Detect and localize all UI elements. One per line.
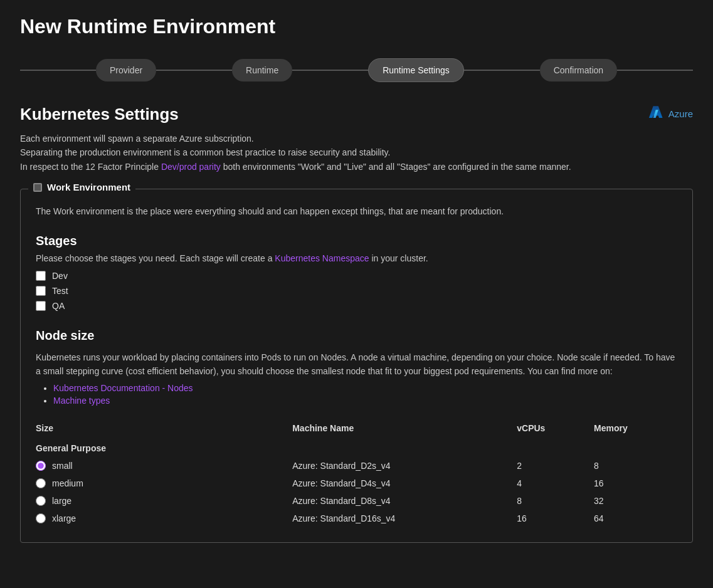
size-xlarge-label: xlarge xyxy=(52,513,76,523)
devprod-link[interactable]: Dev/prod parity xyxy=(161,162,221,172)
step-runtime-settings[interactable]: Runtime Settings xyxy=(368,58,464,82)
stage-qa-checkbox[interactable] xyxy=(36,301,46,311)
node-size-description: Kubernetes runs your workload by placing… xyxy=(36,350,677,379)
azure-logo-icon xyxy=(647,105,665,122)
node-size-section: Node size Kubernetes runs your workload … xyxy=(36,328,677,528)
col-size: Size xyxy=(36,418,292,439)
size-large-label: large xyxy=(52,496,71,506)
work-env-legend: Work Environment xyxy=(28,182,135,192)
stage-test-checkbox[interactable] xyxy=(36,286,46,296)
size-medium-label: medium xyxy=(52,478,83,488)
desc-line-3: In respect to the 12 Factor Principle De… xyxy=(20,160,693,174)
col-memory: Memory xyxy=(594,418,677,439)
machine-small: Azure: Standard_D2s_v4 xyxy=(292,457,517,475)
stages-section: Stages Please choose the stages you need… xyxy=(36,234,677,311)
radio-small[interactable] xyxy=(36,461,46,471)
kubernetes-settings-title: Kubernetes Settings xyxy=(20,105,179,124)
work-environment-section: Work Environment The Work environment is… xyxy=(20,189,693,543)
vcpu-small: 2 xyxy=(517,457,594,475)
vcpu-large: 8 xyxy=(517,492,594,510)
machine-medium: Azure: Standard_D4s_v4 xyxy=(292,475,517,492)
work-env-checkbox[interactable] xyxy=(33,183,42,192)
section-description: Each environment will spawn a separate A… xyxy=(20,132,693,174)
work-env-description: The Work environment is the place were e… xyxy=(36,204,677,218)
machine-xlarge: Azure: Standard_D16s_v4 xyxy=(292,510,517,527)
stage-test-item[interactable]: Test xyxy=(36,286,677,296)
stage-qa-item[interactable]: QA xyxy=(36,301,677,311)
machine-types-link[interactable]: Machine types xyxy=(53,396,110,406)
desc-line-2: Separating the production environment is… xyxy=(20,145,693,159)
memory-xlarge: 64 xyxy=(594,510,677,527)
stepper-line-1 xyxy=(156,70,232,71)
node-link-machine-types: Machine types xyxy=(53,396,677,406)
node-size-table: Size Machine Name vCPUs Memory General P… xyxy=(36,418,677,527)
node-size-title: Node size xyxy=(36,328,677,343)
azure-label: Azure xyxy=(668,108,693,119)
table-row-medium: medium Azure: Standard_D4s_v4 4 16 xyxy=(36,475,677,492)
memory-medium: 16 xyxy=(594,475,677,492)
node-link-docs: Kubernetes Documentation - Nodes xyxy=(53,383,677,393)
page-title: New Runtime Environment xyxy=(20,15,693,38)
stage-dev-checkbox[interactable] xyxy=(36,271,46,281)
stepper-line-2 xyxy=(292,70,368,71)
step-provider[interactable]: Provider xyxy=(96,59,156,81)
stage-test-label: Test xyxy=(52,286,68,296)
col-vcpus: vCPUs xyxy=(517,418,594,439)
stage-dev-item[interactable]: Dev xyxy=(36,271,677,281)
section-header: Kubernetes Settings Azure xyxy=(20,105,693,124)
step-runtime[interactable]: Runtime xyxy=(232,59,292,81)
stepper-line-4 xyxy=(617,70,693,71)
memory-large: 32 xyxy=(594,492,677,510)
stages-description: Please choose the stages you need. Each … xyxy=(36,253,677,263)
memory-small: 8 xyxy=(594,457,677,475)
kubernetes-namespace-link[interactable]: Kubernetes Namespace xyxy=(275,253,369,263)
table-row-xlarge: xlarge Azure: Standard_D16s_v4 16 64 xyxy=(36,510,677,527)
kubernetes-docs-link[interactable]: Kubernetes Documentation - Nodes xyxy=(53,383,193,393)
step-confirmation[interactable]: Confirmation xyxy=(540,59,617,81)
table-row-small: small Azure: Standard_D2s_v4 2 8 xyxy=(36,457,677,475)
stages-checkbox-group: Dev Test QA xyxy=(36,271,677,311)
radio-xlarge-label[interactable]: xlarge xyxy=(36,513,285,523)
stages-title: Stages xyxy=(36,234,677,248)
radio-xlarge[interactable] xyxy=(36,513,46,523)
vcpu-xlarge: 16 xyxy=(517,510,594,527)
stage-dev-label: Dev xyxy=(52,271,68,281)
radio-medium-label[interactable]: medium xyxy=(36,478,285,488)
stepper-line-0 xyxy=(20,70,96,71)
table-row-large: large Azure: Standard_D8s_v4 8 32 xyxy=(36,492,677,510)
category-general-purpose: General Purpose xyxy=(36,439,677,457)
machine-large: Azure: Standard_D8s_v4 xyxy=(292,492,517,510)
size-small-label: small xyxy=(52,461,73,471)
desc-line-1: Each environment will spawn a separate A… xyxy=(20,132,693,145)
stepper-line-3 xyxy=(464,70,540,71)
radio-medium[interactable] xyxy=(36,478,46,488)
stepper: Provider Runtime Runtime Settings Confir… xyxy=(20,58,693,82)
node-size-links: Kubernetes Documentation - Nodes Machine… xyxy=(36,383,677,406)
radio-small-label[interactable]: small xyxy=(36,461,285,471)
radio-large-label[interactable]: large xyxy=(36,496,285,506)
col-machine: Machine Name xyxy=(292,418,517,439)
radio-large[interactable] xyxy=(36,496,46,506)
stage-qa-label: QA xyxy=(52,301,65,311)
vcpu-medium: 4 xyxy=(517,475,594,492)
azure-badge: Azure xyxy=(647,105,693,122)
